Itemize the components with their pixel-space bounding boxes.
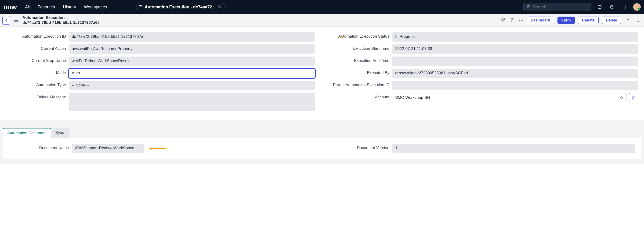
label-executed-by: Executed By	[329, 69, 389, 75]
svg-point-3	[612, 8, 612, 8]
update-button[interactable]: Update	[578, 16, 599, 24]
field-current-step-name[interactable]: waitForRebootWorkSpaceResult	[69, 56, 315, 66]
field-current-action[interactable]: aws:waitForAwsResourceProperty	[69, 44, 315, 54]
sliders-icon[interactable]	[510, 17, 514, 23]
field-executed-by[interactable]: arn:aws:iam::272890525361:user/SCEnd	[392, 69, 638, 78]
label-start-time: Execution Start Time	[329, 44, 389, 51]
top-nav: now All Favorites History Workspaces Aut…	[0, 0, 644, 14]
delete-button[interactable]: Delete	[602, 16, 621, 24]
related-tabs-section: Automation Document Sync Document Name A…	[0, 121, 644, 164]
avatar[interactable]	[633, 3, 641, 11]
label-current-action: Current Action	[6, 44, 66, 51]
label-document-version: Document Version	[329, 144, 389, 150]
svg-point-0	[527, 5, 530, 8]
more-icon[interactable]	[519, 18, 523, 22]
svg-point-8	[520, 20, 522, 21]
label-failure-message: Failure Message	[6, 93, 66, 99]
tab-sync[interactable]: Sync	[51, 128, 68, 138]
header-icons	[501, 17, 523, 23]
field-account[interactable]: SMC-Workshop-SN	[392, 93, 627, 102]
field-automation-execution-id[interactable]: dc74aa72-79bd-419a-b9a1-1a7137307a	[69, 32, 315, 41]
nav-all[interactable]: All	[23, 3, 32, 11]
annotation-arrow-icon	[150, 148, 166, 149]
nav-workspaces[interactable]: Workspaces	[82, 3, 109, 11]
logo: now	[3, 3, 16, 11]
label-account: Account	[329, 93, 389, 99]
list-icon	[139, 5, 142, 9]
nav-favorites[interactable]: Favorites	[36, 3, 57, 11]
field-mode[interactable]: Auto	[69, 69, 315, 78]
star-icon[interactable]	[218, 5, 222, 9]
form-body: Automation Execution ID dc74aa72-79bd-41…	[0, 27, 644, 121]
menu-icon[interactable]	[14, 17, 19, 23]
field-start-time[interactable]: 2022-07-21 11:07:38	[392, 44, 638, 54]
field-parent-id[interactable]	[392, 81, 638, 90]
form-left-column: Automation Execution ID dc74aa72-79bd-41…	[6, 32, 315, 111]
label-mode: Mode	[6, 69, 66, 75]
label-parent-id: Parent Automation Execution ID	[329, 81, 389, 87]
dashboard-button[interactable]: Dashboard	[526, 16, 554, 24]
search-icon	[526, 5, 530, 9]
info-icon[interactable]	[629, 93, 638, 102]
svg-point-6	[512, 20, 512, 21]
svg-point-7	[519, 20, 520, 21]
help-icon[interactable]	[608, 3, 616, 11]
bell-icon[interactable]	[620, 3, 629, 11]
svg-point-5	[512, 19, 513, 20]
label-document-name: Document Name	[9, 144, 69, 150]
global-search[interactable]	[523, 3, 591, 11]
label-automation-execution-id: Automation Execution ID	[6, 32, 66, 39]
field-automation-type[interactable]: -- None --	[69, 81, 315, 90]
attachment-icon[interactable]	[501, 17, 506, 23]
label-end-time: Execution End Time	[329, 56, 389, 63]
global-search-input[interactable]	[533, 5, 588, 9]
prev-record-icon[interactable]	[624, 16, 631, 24]
annotation-arrow-icon	[327, 37, 343, 37]
record-subtitle: dc74aa72-79bd-419b-b9a1-1a7137307a60	[22, 20, 100, 25]
svg-point-10	[620, 96, 622, 98]
field-account-value: SMC-Workshop-SN	[392, 93, 617, 102]
svg-point-9	[522, 20, 523, 21]
label-current-step-name: Current Step Name	[6, 56, 66, 63]
field-status[interactable]: In Progress	[392, 32, 638, 41]
field-document-name[interactable]: AWSSupport-RecoverWorkSpace	[72, 144, 144, 153]
next-record-icon[interactable]	[635, 16, 642, 24]
field-document-version[interactable]: 1	[392, 144, 635, 153]
svg-point-12	[634, 97, 634, 97]
globe-icon[interactable]	[595, 3, 604, 11]
field-failure-message[interactable]	[69, 93, 315, 111]
label-automation-type: Automation Type	[6, 81, 66, 87]
form-right-column: Automation Execution Status In Progress …	[329, 32, 638, 111]
context-pill-title: Automation Execution - dc74aa72...	[145, 5, 216, 9]
record-title-block: Automation Execution dc74aa72-79bd-419b-…	[22, 15, 100, 25]
nav-history[interactable]: History	[61, 3, 78, 11]
back-button[interactable]	[2, 16, 10, 24]
tab-automation-document[interactable]: Automation Document	[3, 128, 51, 138]
field-end-time[interactable]	[392, 56, 638, 66]
svg-point-4	[511, 18, 512, 19]
tab-bar: Automation Document Sync	[3, 128, 641, 138]
context-pill[interactable]: Automation Execution - dc74aa72...	[136, 3, 226, 11]
record-title: Automation Execution	[22, 15, 100, 20]
lookup-icon[interactable]	[617, 93, 626, 102]
tab-panel-automation-document: Document Name AWSSupport-RecoverWorkSpac…	[3, 138, 641, 159]
record-header: Automation Execution dc74aa72-79bd-419b-…	[0, 14, 644, 27]
label-status: Automation Execution Status	[329, 32, 389, 39]
form-button[interactable]: Form	[558, 16, 575, 24]
